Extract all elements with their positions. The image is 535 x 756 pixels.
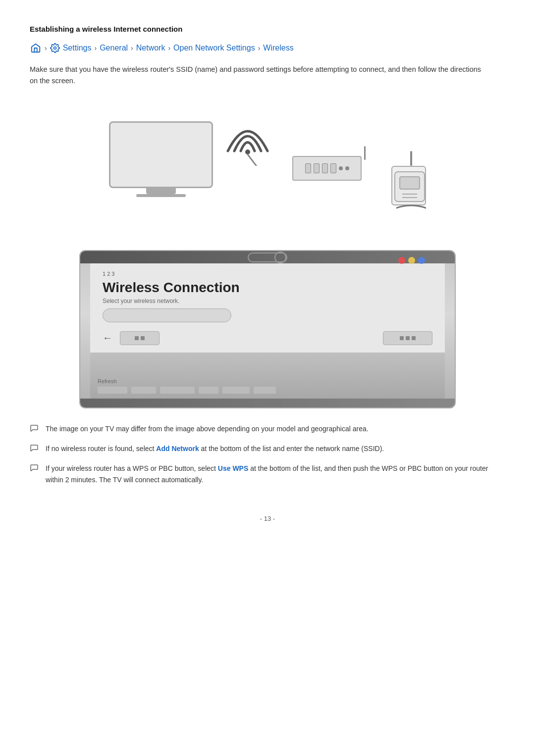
note-3-use-wps-link[interactable]: Use WPS [218, 464, 248, 472]
connector-cable [410, 151, 412, 166]
router-port-2 [314, 163, 320, 173]
tv-ui-num: 1 2 3 [103, 271, 114, 277]
note-icon-3 [30, 464, 39, 475]
breadcrumb-sep-4: › [258, 44, 261, 52]
breadcrumb: › Settings › General › Network › Open Ne… [30, 42, 505, 54]
tv-ui-dot-red [398, 257, 405, 264]
note-text-2: If no wireless router is found, select A… [46, 443, 384, 454]
description-text: Make sure that you have the wireless rou… [30, 64, 485, 87]
svg-line-2 [248, 154, 260, 166]
tv-base [136, 194, 186, 197]
wifi-signal-icon [218, 106, 277, 167]
page-title: Establishing a wireless Internet connect… [30, 25, 505, 33]
tv-ui-top-bar [80, 251, 455, 263]
router-port-1 [305, 163, 311, 173]
tv-ui-rect-btn-dot-4 [406, 336, 410, 340]
note-2-suffix: at the bottom of the list and enter the … [199, 445, 384, 453]
tv-ui-wireless-connection-title: Wireless Connection [103, 280, 432, 296]
breadcrumb-settings: Settings [63, 44, 92, 52]
note-item-2: If no wireless router is found, select A… [30, 443, 505, 455]
tv-ui-ssid-item-4 [199, 387, 218, 394]
tv-ui-rect-btn-dot-2 [141, 336, 145, 340]
note-icon-2 [30, 444, 39, 455]
breadcrumb-sep-3: › [168, 44, 170, 52]
note-item-3: If your wireless router has a WPS or PBC… [30, 463, 505, 485]
breadcrumb-general: General [100, 44, 128, 52]
tv-ui-color-dots [398, 257, 425, 264]
tv-ui-dot-blue [418, 257, 425, 264]
tv-ui-bottom-bump [253, 399, 282, 407]
diagram-container: 1 2 3 Wireless Connection Select your wi… [30, 101, 505, 408]
svg-rect-4 [400, 177, 420, 189]
tv-ui-rect-btn-1 [120, 331, 160, 345]
breadcrumb-sep-0: › [45, 44, 47, 52]
page-number: - 13 - [30, 515, 505, 522]
note-2-add-network-link[interactable]: Add Network [156, 445, 199, 453]
tv-ui-bottom-section: Refresh [90, 353, 445, 399]
tv-ui-ssid-item-5 [222, 387, 250, 394]
diagram-top [79, 101, 456, 245]
router-diagram [292, 156, 362, 181]
tv-ui-ssid-row [98, 387, 437, 394]
router-antenna [364, 146, 366, 160]
svg-point-0 [54, 47, 56, 50]
tv-ui-rect-btn-dot-1 [135, 336, 139, 340]
router-led-1 [339, 166, 343, 170]
tv-stand [146, 188, 176, 194]
tv-ui-ssid-item-6 [254, 387, 276, 394]
note-2-prefix: If no wireless router is found, select [46, 445, 156, 453]
router-port-3 [322, 163, 328, 173]
router-body [292, 156, 362, 181]
breadcrumb-sep-2: › [131, 44, 133, 52]
tv-ui-wireless-connection-subtitle: Select your wireless network. [103, 298, 432, 304]
tv-ui-ssid-item-1 [98, 387, 127, 394]
breadcrumb-wireless: Wireless [263, 44, 293, 52]
note-text-1: The image on your TV may differ from the… [46, 423, 369, 434]
tv-ui-input-bar [103, 308, 231, 322]
note-3-prefix: If your wireless router has a WPS or PBC… [46, 464, 218, 472]
note-text-3: If your wireless router has a WPS or PBC… [46, 463, 505, 485]
breadcrumb-network: Network [136, 44, 165, 52]
note-icon-1 [30, 424, 39, 435]
gear-icon [50, 43, 60, 53]
tv-ui-ssid-item-2 [131, 387, 156, 394]
tv-ui-back-arrow-icon: ← [103, 332, 112, 344]
router-led-2 [345, 166, 349, 170]
tv-ui-rect-btn-2 [383, 331, 432, 345]
tv-diagram [109, 121, 213, 196]
tv-ui-dot-yellow [408, 257, 415, 264]
notes-section: The image on your TV may differ from the… [30, 423, 505, 485]
router-port-4 [330, 163, 336, 173]
tv-ui-bottom-bar [80, 399, 455, 407]
tv-ui-ssid-item-3 [160, 387, 195, 394]
tv-ui-controls-row: ← [103, 331, 432, 345]
breadcrumb-open-network-settings: Open Network Settings [173, 44, 255, 52]
tv-ui-rect-btn-dot-3 [400, 336, 404, 340]
connector-diagram [391, 151, 431, 201]
tv-ui-screen-diagram: 1 2 3 Wireless Connection Select your wi… [79, 250, 456, 408]
breadcrumb-sep-1: › [94, 44, 97, 52]
tv-ui-screen: 1 2 3 Wireless Connection Select your wi… [90, 263, 445, 353]
note-item-1: The image on your TV may differ from the… [30, 423, 505, 435]
tv-ui-num-row: 1 2 3 [103, 271, 432, 277]
home-icon [30, 42, 42, 54]
tv-screen [109, 121, 213, 188]
tv-ui-refresh-text: Refresh [98, 378, 437, 384]
tv-ui-rect-btn-dot-5 [412, 336, 416, 340]
connector-box [391, 166, 426, 205]
